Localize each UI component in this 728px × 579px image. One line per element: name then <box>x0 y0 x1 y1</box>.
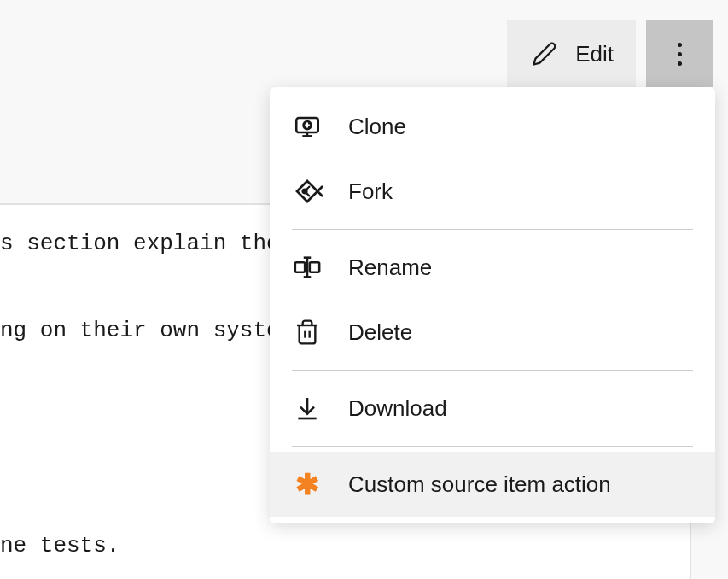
menu-item-label: Download <box>348 395 447 422</box>
menu-item-label: Rename <box>348 254 432 281</box>
menu-item-clone[interactable]: Clone <box>270 94 715 159</box>
fork-icon <box>292 176 323 207</box>
menu-item-label: Custom source item action <box>348 471 611 498</box>
asterisk-icon: ✱ <box>292 469 323 500</box>
clone-icon <box>292 111 323 142</box>
menu-item-download[interactable]: Download <box>270 376 715 441</box>
trash-icon <box>292 317 323 348</box>
download-icon <box>292 393 323 424</box>
rename-icon <box>292 252 323 283</box>
edit-button[interactable]: Edit <box>507 20 636 87</box>
menu-divider <box>292 446 693 447</box>
menu-divider <box>292 229 693 230</box>
more-actions-menu: Clone Fork Rename <box>270 87 715 523</box>
menu-divider <box>292 370 693 371</box>
menu-item-delete[interactable]: Delete <box>270 300 715 365</box>
pencil-icon <box>529 38 560 69</box>
toolbar: Edit <box>507 20 713 87</box>
menu-item-custom-action[interactable]: ✱ Custom source item action <box>270 452 715 517</box>
more-vertical-icon <box>678 43 682 66</box>
more-actions-button[interactable] <box>646 20 713 87</box>
menu-item-label: Delete <box>348 319 412 346</box>
menu-item-rename[interactable]: Rename <box>270 235 715 300</box>
edit-label: Edit <box>575 41 614 67</box>
menu-item-label: Fork <box>348 178 393 205</box>
svg-rect-6 <box>310 262 319 272</box>
menu-item-label: Clone <box>348 114 406 140</box>
menu-item-fork[interactable]: Fork <box>270 159 715 224</box>
svg-rect-5 <box>295 262 305 272</box>
